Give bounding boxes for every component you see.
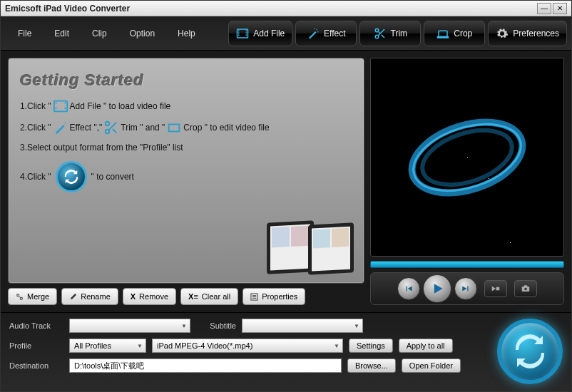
menu-file[interactable]: File [6,26,43,41]
preferences-button[interactable]: Preferences [488,21,567,46]
fullscreen-button[interactable] [484,280,507,297]
remove-button[interactable]: XRemove [123,288,176,305]
svg-point-8 [315,28,316,29]
wand-icon [53,121,68,134]
menu-help[interactable]: Help [166,26,207,41]
subtitle-select[interactable] [242,319,363,333]
destination-input[interactable]: D:\tools\桌面\下载吧 [69,359,342,373]
svg-rect-5 [246,32,247,33]
x-lines-icon: X≡ [188,292,198,301]
film-icon [53,100,68,113]
guide-step-3: 3.Select output format from the "Profile… [20,143,352,153]
pencil-icon [69,293,77,301]
scissors-icon [374,27,387,40]
x-icon: X [131,292,136,301]
svg-point-19 [64,123,66,124]
browse-button[interactable]: Browse... [347,359,396,373]
form-area: Audio Track Subtitle Profile All Profile… [9,319,490,384]
properties-button[interactable]: Properties [242,288,305,305]
menu-items: File Edit Clip Option Help [1,26,213,41]
rename-button[interactable]: Rename [61,288,118,305]
convert-button[interactable] [497,319,563,384]
preview-area[interactable] [370,58,564,257]
scissors-icon [103,121,119,134]
progress-slider[interactable] [370,261,564,268]
svg-rect-29 [313,229,330,248]
profile-label: Profile [9,341,63,350]
effect-button[interactable]: Effect [295,21,357,46]
add-file-label: Add File [253,29,285,38]
svg-rect-2 [238,32,240,33]
audio-track-label: Audio Track [9,321,63,330]
crop-button[interactable]: Crop [424,21,485,46]
svg-rect-15 [55,103,56,104]
gear-icon [496,27,509,40]
merge-icon [16,293,24,301]
subtitle-label: Subtitle [196,321,236,330]
getting-started-panel: Getting Started 1.Click " Add File " to … [8,58,364,284]
snapshot-button[interactable] [514,280,537,297]
left-panel: Getting Started 1.Click " Add File " to … [8,58,364,305]
svg-rect-3 [238,34,240,36]
svg-rect-26 [291,226,309,247]
minimize-button[interactable]: — [537,3,551,14]
guide-step-4: 4.Click " " to convert [20,161,352,192]
svg-point-7 [317,29,318,31]
menubar: File Edit Clip Option Help Add File Effe… [1,16,571,51]
playback-controls [370,272,564,305]
guide-step-2: 2.Click " Effect "," Trim " and " Crop "… [20,121,352,134]
right-panel [370,58,564,305]
open-folder-button[interactable]: Open Folder [402,359,461,373]
destination-label: Destination [9,361,63,370]
stars-decoration [467,157,468,158]
svg-rect-6 [246,34,247,36]
ipad-illustration [264,217,357,279]
crop-label: Crop [454,29,472,38]
svg-rect-40 [524,285,528,287]
profile-select[interactable]: iPad MPEG-4 Video(*.mp4) [152,339,343,353]
guide-step-1: 1.Click " Add File " to load video file [20,100,352,113]
list-icon [250,293,258,301]
svg-point-9 [317,31,319,33]
menu-clip[interactable]: Clip [81,26,118,41]
app-window: Emicsoft iPad Video Converter — ✕ File E… [0,0,572,392]
profile-category-select[interactable]: All Profiles [69,339,146,353]
menu-option[interactable]: Option [118,26,166,41]
svg-rect-17 [55,108,56,109]
film-icon [236,27,249,40]
guide-heading: Getting Started [20,71,352,90]
apply-all-button[interactable]: Apply to all [399,339,453,353]
merge-button[interactable]: Merge [8,288,57,305]
settings-button[interactable]: Settings [349,339,393,353]
wand-icon [307,27,320,40]
svg-rect-4 [246,30,247,31]
svg-rect-1 [238,30,240,31]
audio-track-select[interactable] [69,319,190,333]
svg-point-11 [375,35,379,38]
row-profile: Profile All Profiles iPad MPEG-4 Video(*… [9,339,490,353]
bottom-panel: Audio Track Subtitle Profile All Profile… [1,312,571,391]
toolbar: Add File Effect Trim Crop Preferences [224,18,571,49]
play-button[interactable] [423,274,451,303]
svg-rect-12 [439,31,447,36]
svg-point-10 [375,29,379,32]
close-button[interactable]: ✕ [553,3,567,14]
main-area: Getting Started 1.Click " Add File " to … [1,51,571,312]
svg-rect-25 [272,227,290,247]
preferences-label: Preferences [513,29,559,38]
prev-button[interactable] [397,277,420,300]
next-button[interactable] [454,277,477,300]
clear-all-button[interactable]: X≡Clear all [180,288,238,305]
crop-icon [166,121,182,134]
action-row: Merge Rename XRemove X≡Clear all Propert… [8,288,364,305]
svg-rect-30 [332,228,349,247]
svg-point-20 [106,122,110,126]
svg-rect-18 [64,108,66,109]
svg-rect-16 [64,103,66,104]
trim-button[interactable]: Trim [359,21,421,46]
window-title: Emicsoft iPad Video Converter [5,4,536,14]
menu-edit[interactable]: Edit [43,26,81,41]
crop-icon [436,27,449,40]
add-file-button[interactable]: Add File [228,21,292,46]
convert-icon [56,161,87,192]
